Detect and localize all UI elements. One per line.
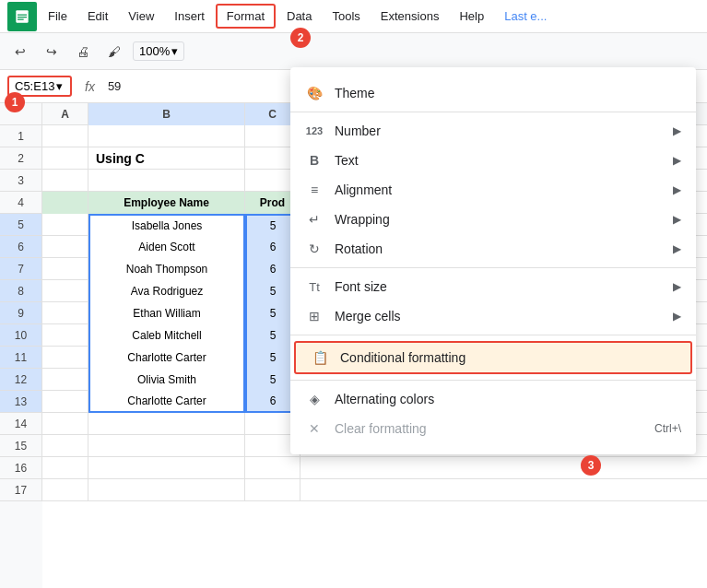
cell-9a[interactable] xyxy=(42,302,88,324)
cell-5a[interactable] xyxy=(42,214,88,236)
cell-12b-olivia[interactable]: Olivia Smith xyxy=(88,369,245,391)
redo-button[interactable]: ↪ xyxy=(39,39,65,65)
format-menu-conditional[interactable]: 📋 Conditional formatting xyxy=(294,341,692,374)
cell-11a[interactable] xyxy=(42,347,88,369)
menu-tools[interactable]: Tools xyxy=(323,6,369,27)
row-num-1: 1 xyxy=(0,125,42,147)
mergecells-icon: ⊞ xyxy=(305,309,324,323)
wrapping-icon: ↵ xyxy=(305,212,324,227)
cell-10b[interactable]: Caleb Mitchell xyxy=(88,324,245,347)
alignment-label: Alignment xyxy=(335,182,662,197)
format-menu-number[interactable]: 123 Number ▶ xyxy=(290,116,696,146)
zoom-selector[interactable]: 100% ▾ xyxy=(133,41,184,61)
cell-13a[interactable] xyxy=(42,391,88,413)
row-num-15: 15 xyxy=(0,435,42,457)
menu-file[interactable]: File xyxy=(39,6,77,27)
clear-formatting-shortcut: Ctrl+\ xyxy=(654,422,681,435)
menu-bar: File Edit View Insert Format Data Tools … xyxy=(0,0,707,33)
cell-ref-dropdown-icon[interactable]: ▾ xyxy=(56,79,63,93)
menu-format[interactable]: Format xyxy=(216,4,276,29)
app-icon xyxy=(7,2,37,31)
cell-4b-employee-name[interactable]: Employee Name xyxy=(88,192,245,214)
row-num-10: 10 xyxy=(0,324,42,347)
row-numbers: 1 2 3 4 5 6 7 8 9 10 11 12 13 14 15 16 1… xyxy=(0,103,42,588)
wrapping-label: Wrapping xyxy=(335,212,662,227)
row-num-9: 9 xyxy=(0,302,42,324)
undo-button[interactable]: ↩ xyxy=(7,39,33,65)
col-header-a: A xyxy=(42,103,88,125)
menu-edit[interactable]: Edit xyxy=(78,6,117,27)
mergecells-label: Merge cells xyxy=(335,309,662,323)
row-num-17: 17 xyxy=(0,479,42,501)
cell-2a[interactable] xyxy=(42,147,88,170)
format-dropdown-menu: 🎨 Theme 123 Number ▶ B Text ▶ ≡ Alignmen… xyxy=(290,67,696,454)
menu-last[interactable]: Last e... xyxy=(495,6,556,27)
menu-extensions[interactable]: Extensions xyxy=(371,6,449,27)
row-num-7: 7 xyxy=(0,258,42,280)
menu-insert[interactable]: Insert xyxy=(165,6,214,27)
cell-10a[interactable] xyxy=(42,324,88,347)
toolbar: ↩ ↪ 🖨 🖌 100% ▾ xyxy=(0,33,707,70)
alignment-arrow-icon: ▶ xyxy=(673,183,681,196)
alternating-colors-icon: ◈ xyxy=(305,392,324,406)
theme-label: Theme xyxy=(335,86,681,100)
text-bold-icon: B xyxy=(305,153,324,168)
format-menu-mergecells[interactable]: ⊞ Merge cells ▶ xyxy=(290,301,696,331)
format-menu-theme[interactable]: 🎨 Theme xyxy=(290,78,696,108)
theme-icon: 🎨 xyxy=(305,86,324,100)
cell-7a[interactable] xyxy=(42,258,88,280)
row-num-12: 12 xyxy=(0,369,42,391)
print-button[interactable]: 🖨 xyxy=(70,39,96,65)
svg-rect-3 xyxy=(18,18,24,19)
format-menu-alternating[interactable]: ◈ Alternating colors xyxy=(290,384,696,414)
row-num-11: 11 xyxy=(0,347,42,369)
cell-8a[interactable] xyxy=(42,280,88,302)
cell-1b[interactable] xyxy=(88,125,245,147)
row-num-4: 4 xyxy=(0,192,42,214)
rotation-label: Rotation xyxy=(335,241,662,256)
table-row xyxy=(42,457,707,479)
svg-rect-1 xyxy=(18,14,27,15)
format-menu-text[interactable]: B Text ▶ xyxy=(290,146,696,175)
alternating-colors-label: Alternating colors xyxy=(335,392,681,406)
menu-view[interactable]: View xyxy=(119,6,163,27)
row-num-14: 14 xyxy=(0,413,42,435)
number-icon: 123 xyxy=(305,125,324,136)
number-label: Number xyxy=(335,123,662,138)
paintformat-button[interactable]: 🖌 xyxy=(101,39,127,65)
badge-1: 1 xyxy=(5,92,25,112)
cell-4a[interactable] xyxy=(42,192,88,214)
menu-help[interactable]: Help xyxy=(450,6,493,27)
text-arrow-icon: ▶ xyxy=(673,154,681,167)
cell-6a[interactable] xyxy=(42,236,88,258)
cell-3b[interactable] xyxy=(88,170,245,192)
cell-8b[interactable]: Ava Rodriguez xyxy=(88,280,245,302)
format-menu-clearformatting[interactable]: ✕ Clear formatting Ctrl+\ xyxy=(290,414,696,443)
badge-3: 3 xyxy=(581,455,601,476)
cell-1a[interactable] xyxy=(42,125,88,147)
cell-9b-ethan[interactable]: Ethan William xyxy=(88,302,245,324)
svg-rect-2 xyxy=(18,17,27,18)
format-menu-fontsize[interactable]: Tt Font size ▶ xyxy=(290,272,696,301)
cell-13b-charlotte2[interactable]: Charlotte Carter xyxy=(88,391,245,413)
row-num-3: 3 xyxy=(0,170,42,192)
conditional-formatting-icon: 📋 xyxy=(311,350,329,365)
fontsize-icon: Tt xyxy=(305,280,324,294)
cell-3a[interactable] xyxy=(42,170,88,192)
cell-5b[interactable]: Isabella Jones xyxy=(88,214,245,236)
cell-6b[interactable]: Aiden Scott xyxy=(88,236,245,258)
cell-12a[interactable] xyxy=(42,369,88,391)
format-menu-rotation[interactable]: ↻ Rotation ▶ xyxy=(290,234,696,264)
format-menu-alignment[interactable]: ≡ Alignment ▶ xyxy=(290,175,696,205)
cell-7b[interactable]: Noah Thompson xyxy=(88,258,245,280)
rotation-icon: ↻ xyxy=(305,241,324,256)
row-num-2: 2 xyxy=(0,147,42,170)
format-menu-wrapping[interactable]: ↵ Wrapping ▶ xyxy=(290,205,696,234)
mergecells-arrow-icon: ▶ xyxy=(673,310,681,323)
menu-data[interactable]: Data xyxy=(277,6,321,27)
cell-11b-charlotte[interactable]: Charlotte Carter xyxy=(88,347,245,369)
formula-value: 59 xyxy=(108,79,121,93)
cell-2b-title[interactable]: Using C xyxy=(88,147,245,170)
alignment-icon: ≡ xyxy=(305,182,324,197)
row-num-6: 6 xyxy=(0,236,42,258)
